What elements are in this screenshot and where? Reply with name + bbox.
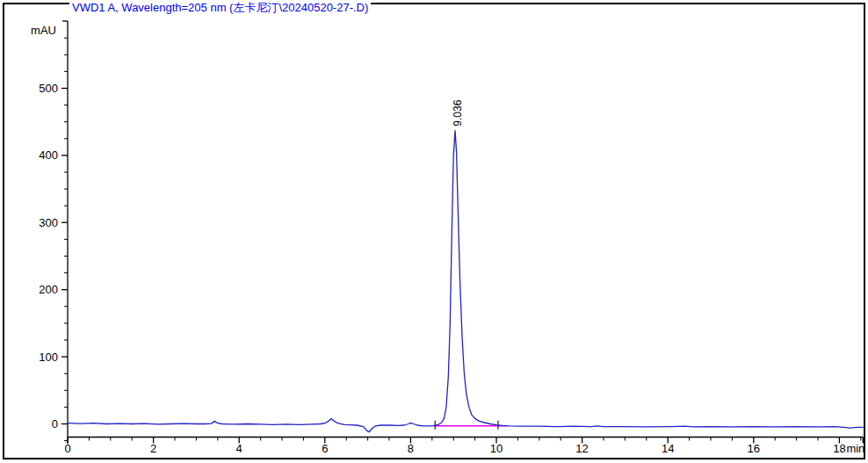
x-tick-label: 16 [748, 442, 760, 455]
y-axis-unit-label: mAU [31, 24, 56, 37]
y-tick-label: 200 [39, 283, 58, 296]
x-axis: 024681012141618min [64, 438, 864, 456]
x-tick-label: 0 [64, 442, 70, 455]
chromatogram-plot: 0100200300400500mAU024681012141618min9.0… [0, 0, 868, 463]
x-tick-label: 8 [408, 442, 414, 455]
y-tick-label: 400 [39, 148, 58, 162]
x-tick-label: 14 [662, 442, 674, 455]
x-axis-unit-label: min [846, 442, 864, 455]
chromatogram-window: VWD1 A, Wavelength=205 nm (左卡尼汀\20240520… [0, 0, 868, 463]
x-tick-label: 4 [236, 442, 242, 455]
chart-title: VWD1 A, Wavelength=205 nm (左卡尼汀\20240520… [69, 1, 371, 15]
peak-retention-time-label: 9.036 [452, 99, 464, 126]
signal-trace [68, 131, 863, 432]
y-tick-label: 300 [39, 216, 58, 229]
y-tick-label: 500 [39, 82, 58, 95]
y-axis: 0100200300400500mAU [31, 21, 68, 444]
x-tick-label: 18 [833, 442, 845, 455]
x-tick-label: 2 [150, 442, 156, 455]
y-tick-label: 100 [39, 351, 58, 364]
x-tick-label: 10 [490, 442, 503, 455]
x-tick-label: 6 [322, 442, 328, 455]
x-tick-label: 12 [575, 442, 588, 455]
y-tick-label: 0 [52, 417, 58, 430]
